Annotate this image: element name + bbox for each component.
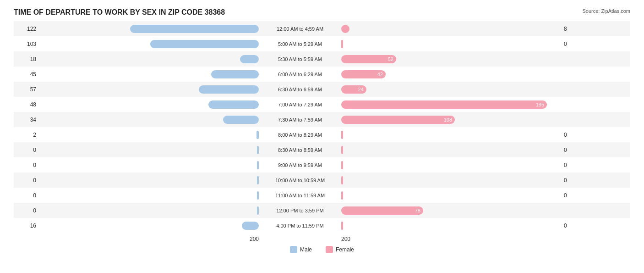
male-value: 16 [14,223,39,229]
female-value: 0 [561,192,586,199]
female-value: 0 [561,223,586,229]
chart-row: 185:30 AM to 5:59 AM52 [14,51,630,67]
male-bar [242,222,259,230]
male-bar-container [39,85,259,94]
female-bar-container [341,222,561,230]
time-label: 6:00 AM to 6:29 AM [259,72,341,77]
female-bar [341,176,343,184]
female-bar-container: 42 [341,70,561,78]
female-bar-container [341,131,561,139]
time-label: 4:00 PM to 11:59 PM [259,223,341,228]
male-value: 34 [14,117,39,123]
time-label: 8:00 AM to 8:29 AM [259,132,341,138]
chart-row: 28:00 AM to 8:29 AM0 [14,127,630,142]
female-bar-container: 52 [341,55,561,63]
chart-row: 09:00 AM to 9:59 AM0 [14,157,630,173]
legend-female: Female [326,246,354,253]
legend-female-label: Female [336,246,354,253]
male-value: 57 [14,86,39,93]
female-bar-container: 78 [341,206,561,215]
male-bar [150,40,259,48]
legend-male-box [290,246,297,253]
male-value: 48 [14,101,39,108]
female-value: 0 [561,132,586,138]
bars-area: 12212:00 AM to 4:59 AM81035:00 AM to 5:2… [14,21,630,233]
chart-row: 347:30 AM to 7:59 AM108 [14,112,630,127]
male-bar-container [39,70,259,78]
chart-row: 012:00 PM to 3:59 PM78 [14,203,630,218]
chart-row: 1035:00 AM to 5:29 AM0 [14,36,630,51]
male-bar [211,70,259,78]
male-bar [240,55,259,63]
male-bar-container [39,161,259,169]
source-text: Source: ZipAtlas.com [582,8,630,14]
time-label: 11:00 AM to 11:59 AM [259,193,341,198]
female-bar-container: 108 [341,116,561,124]
male-value: 0 [14,207,39,214]
female-bar [341,25,349,33]
legend: Male Female [14,246,630,253]
female-value: 0 [561,162,586,168]
female-bar: 42 [341,70,386,78]
male-bar-container [39,55,259,63]
female-bar-container: 195 [341,100,561,109]
male-value: 0 [14,192,39,199]
male-value: 18 [14,56,39,62]
male-value: 45 [14,71,39,78]
female-bar [341,131,343,139]
male-value: 0 [14,147,39,153]
time-label: 7:00 AM to 7:29 AM [259,102,341,107]
time-label: 12:00 AM to 4:59 AM [259,26,341,32]
female-bar [341,222,343,230]
chart-row: 08:30 AM to 8:59 AM0 [14,142,630,157]
female-bar-container [341,176,561,184]
male-bar-container [39,116,259,124]
male-bar-container [39,206,259,215]
male-value: 122 [14,26,39,32]
male-bar [199,85,259,94]
female-bar [341,40,343,48]
time-label: 5:00 AM to 5:29 AM [259,41,341,47]
male-value: 0 [14,162,39,168]
male-bar [223,116,259,124]
female-bar: 108 [341,116,455,124]
female-bar [341,191,343,200]
female-bar [341,146,343,154]
axis-right-value: 200 [341,236,561,242]
male-bar-container [39,100,259,109]
female-value: 0 [561,41,586,47]
female-bar-container [341,146,561,154]
male-bar-container [39,146,259,154]
male-bar-container [39,222,259,230]
male-value: 0 [14,177,39,184]
male-bar-container [39,191,259,200]
chart-title: TIME OF DEPARTURE TO WORK BY SEX IN ZIP … [14,8,630,17]
chart-row: 010:00 AM to 10:59 AM0 [14,173,630,188]
legend-male-label: Male [300,246,312,253]
chart-row: 12212:00 AM to 4:59 AM8 [14,21,630,36]
female-bar: 24 [341,85,366,94]
chart-row: 164:00 PM to 11:59 PM0 [14,218,630,233]
female-bar: 78 [341,206,423,215]
female-bar-container: 24 [341,85,561,94]
female-value: 0 [561,147,586,153]
axis-row: 200 200 [14,236,630,242]
female-value: 0 [561,177,586,184]
axis-left-value: 200 [39,236,259,242]
female-bar-container [341,161,561,169]
male-bar-container [39,176,259,184]
legend-female-box [326,246,333,253]
female-bar: 195 [341,100,547,109]
female-bar: 52 [341,55,396,63]
male-bar-container [39,25,259,33]
chart-row: 011:00 AM to 11:59 AM0 [14,188,630,203]
male-bar [130,25,259,33]
time-label: 8:30 AM to 8:59 AM [259,147,341,153]
chart-row: 576:30 AM to 6:59 AM24 [14,82,630,97]
female-bar-container [341,25,561,33]
legend-male: Male [290,246,312,253]
time-label: 7:30 AM to 7:59 AM [259,117,341,123]
chart-row: 456:00 AM to 6:29 AM42 [14,67,630,82]
time-label: 10:00 AM to 10:59 AM [259,178,341,183]
female-bar-container [341,191,561,200]
